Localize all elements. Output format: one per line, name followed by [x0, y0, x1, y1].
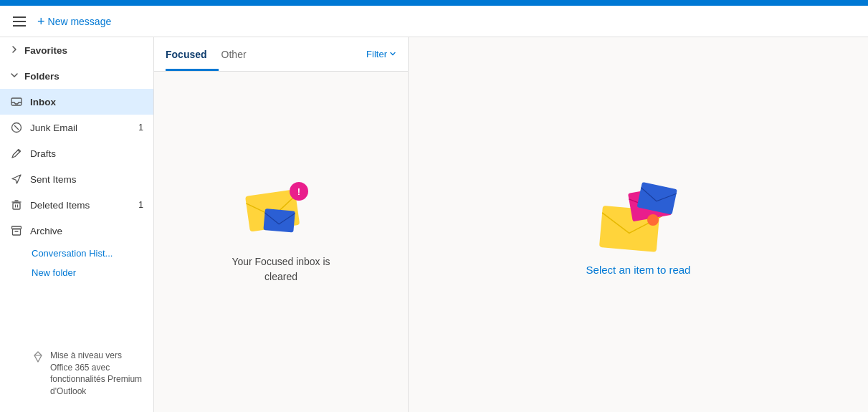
junk-icon: [10, 121, 23, 134]
archive-label: Archive: [30, 226, 143, 236]
chevron-down-icon: [10, 71, 19, 82]
hamburger-line: [13, 25, 26, 27]
reading-pane: Select an item to read: [409, 37, 868, 412]
sidebar-item-deleted[interactable]: Deleted Items 1: [0, 192, 153, 218]
focused-empty-illustration: !: [238, 171, 324, 243]
filter-label: Filter: [366, 49, 387, 59]
sidebar-item-sent[interactable]: Sent Items: [0, 166, 153, 192]
svg-point-19: [647, 214, 659, 226]
email-list-empty: ! Your Focused inbox is cleared: [154, 72, 408, 412]
inbox-label: Inbox: [30, 97, 143, 107]
hamburger-line: [13, 16, 26, 18]
deleted-badge: 1: [132, 200, 143, 210]
favorites-label: Favorites: [24, 45, 67, 56]
sidebar-item-archive[interactable]: Archive: [0, 218, 153, 244]
favorites-toggle[interactable]: Favorites: [0, 37, 153, 63]
archive-icon: [10, 224, 23, 237]
sidebar: Favorites Folders Inbox: [0, 37, 154, 412]
tab-other[interactable]: Other: [221, 39, 258, 71]
diamond-icon: [32, 350, 44, 363]
folders-label: Folders: [24, 71, 59, 82]
hamburger-line: [13, 21, 26, 22]
new-folder-link[interactable]: New folder: [0, 263, 153, 282]
select-item-text: Select an item to read: [586, 264, 691, 276]
conversation-hist-link[interactable]: Conversation Hist...: [0, 244, 153, 263]
tab-focused[interactable]: Focused: [166, 39, 219, 71]
deleted-label: Deleted Items: [30, 200, 125, 211]
tabs-bar: Focused Other Filter: [154, 37, 408, 72]
upgrade-text: Mise à niveau vers Office 365 avec fonct…: [50, 350, 143, 398]
filter-chevron-icon: [389, 49, 396, 59]
new-message-label: New message: [48, 16, 112, 27]
reading-pane-illustration: [588, 173, 689, 252]
focused-empty-text: Your Focused inbox is cleared: [232, 254, 330, 284]
header: + New message: [0, 6, 868, 37]
svg-rect-4: [13, 203, 20, 209]
inbox-icon: [10, 95, 23, 108]
deleted-icon: [10, 198, 23, 211]
sidebar-item-drafts[interactable]: Drafts: [0, 140, 153, 166]
top-bar: [0, 0, 868, 6]
junk-label: Junk Email: [30, 123, 125, 133]
filter-button[interactable]: Filter: [366, 49, 396, 59]
drafts-icon: [10, 147, 23, 160]
new-message-button[interactable]: + New message: [37, 15, 111, 28]
plus-icon: +: [37, 15, 45, 28]
sent-label: Sent Items: [30, 174, 143, 185]
sidebar-item-inbox[interactable]: Inbox: [0, 89, 153, 115]
upgrade-section[interactable]: Mise à niveau vers Office 365 avec fonct…: [0, 342, 153, 405]
main-layout: Favorites Folders Inbox: [0, 37, 868, 412]
svg-rect-9: [13, 229, 21, 236]
sidebar-item-junk[interactable]: Junk Email 1: [0, 115, 153, 140]
chevron-right-icon: [10, 45, 19, 56]
email-list-panel: Focused Other Filter: [154, 37, 409, 412]
folders-toggle[interactable]: Folders: [0, 63, 153, 89]
svg-line-2: [14, 125, 19, 130]
drafts-label: Drafts: [30, 148, 143, 159]
junk-badge: 1: [132, 123, 143, 133]
hamburger-button[interactable]: [7, 14, 32, 29]
sent-icon: [10, 173, 23, 186]
svg-rect-13: [263, 209, 295, 233]
svg-text:!: !: [297, 186, 300, 197]
